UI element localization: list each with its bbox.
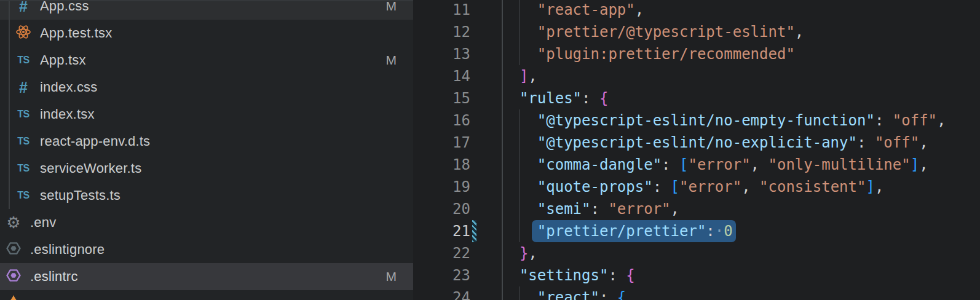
file-icon-box: TS — [16, 187, 31, 204]
token-b3: ] — [866, 178, 874, 195]
gutter-decoration-area — [470, 87, 502, 109]
line-number[interactable]: 11 — [413, 0, 470, 21]
code-content[interactable]: "comma-dangle": ["error", "only-multilin… — [502, 154, 980, 176]
code-line-11[interactable]: 11 "react-app", — [413, 0, 980, 21]
code-content[interactable]: "react": { — [502, 286, 980, 300]
code-content[interactable]: ], — [502, 65, 980, 87]
file-row-index-tsx[interactable]: TSindex.tsx — [0, 101, 413, 128]
token-str: "error" — [608, 200, 670, 218]
code-line-18[interactable]: 18 "comma-dangle": ["error", "only-multi… — [413, 154, 980, 176]
token-str: "consistent" — [759, 178, 866, 195]
file-row-eslintrc[interactable]: .eslintrcM — [0, 263, 413, 290]
code-line-20[interactable]: 20 "semi": "error", — [413, 198, 980, 220]
line-number[interactable]: 17 — [413, 132, 470, 154]
token-sp — [502, 112, 537, 129]
code-content[interactable]: }, — [502, 242, 980, 264]
line-number[interactable]: 18 — [413, 154, 470, 176]
line-number[interactable]: 22 — [413, 242, 470, 264]
file-icon-box: # — [16, 79, 31, 96]
file-name: serviceWorker.ts — [40, 160, 141, 176]
line-number[interactable]: 12 — [413, 21, 470, 43]
file-row-App-css[interactable]: #App.cssM — [0, 0, 413, 20]
code-content[interactable]: "semi": "error", — [502, 198, 980, 220]
token-key: "@typescript-eslint/no-explicit-any" — [537, 134, 857, 151]
code-line-19[interactable]: 19 "quote-props": ["error", "consistent"… — [413, 176, 980, 198]
line-number[interactable]: 19 — [413, 176, 470, 198]
gutter-decoration-area — [470, 154, 502, 176]
line-number[interactable]: 14 — [413, 65, 470, 87]
code-line-14[interactable]: 14 ], — [413, 65, 980, 87]
token-sp — [502, 90, 520, 107]
line-number[interactable]: 20 — [413, 198, 470, 220]
file-row-env[interactable]: ⚙.env — [0, 209, 413, 236]
gutter-decoration-area — [470, 65, 502, 87]
token-str: "only-multiline" — [769, 156, 911, 173]
token-key: "comma-dangle" — [537, 156, 662, 173]
gutter-decoration-area — [470, 109, 502, 132]
line-number[interactable]: 16 — [413, 109, 470, 132]
code-content[interactable]: "settings": { — [502, 264, 980, 286]
code-line-21[interactable]: 21 "prettier/prettier":·0 — [413, 220, 980, 242]
file-row-partial[interactable] — [0, 290, 413, 300]
css-file-icon: # — [19, 0, 28, 14]
token-pun: , — [741, 178, 759, 195]
code-content[interactable]: "prettier/prettier":·0 — [502, 220, 980, 242]
git-modified-badge: M — [386, 47, 397, 74]
file-icon-box — [6, 241, 21, 258]
file-row-serviceWorker-ts[interactable]: TSserviceWorker.ts — [0, 155, 413, 182]
token-pun: : — [608, 267, 626, 284]
code-line-12[interactable]: 12 "prettier/@typescript-eslint", — [413, 21, 980, 43]
gear-icon: ⚙ — [6, 215, 20, 231]
file-name: .env — [30, 215, 56, 231]
code-line-16[interactable]: 16 "@typescript-eslint/no-empty-function… — [413, 109, 980, 132]
code-content[interactable]: "@typescript-eslint/no-explicit-any": "o… — [502, 132, 980, 154]
gutter-decoration-area — [470, 21, 502, 43]
code-content[interactable]: "@typescript-eslint/no-empty-function": … — [502, 109, 980, 132]
token-sp — [502, 156, 537, 173]
code-line-22[interactable]: 22 }, — [413, 242, 980, 264]
code-content[interactable]: "prettier/@typescript-eslint", — [502, 21, 980, 43]
code-editor[interactable]: 11 "react-app",12 "prettier/@typescript-… — [413, 0, 980, 300]
token-pun: , — [528, 245, 537, 262]
file-explorer[interactable]: #App.cssMApp.test.tsxTSApp.tsxM#index.cs… — [0, 0, 413, 300]
token-sp — [502, 245, 520, 262]
file-row-eslintignore[interactable]: .eslintignore — [0, 236, 413, 263]
code-line-23[interactable]: 23 "settings": { — [413, 264, 980, 286]
code-content[interactable]: "react-app", — [502, 0, 980, 21]
file-icon-box: # — [16, 0, 31, 15]
file-row-App-test-tsx[interactable]: App.test.tsx — [0, 20, 413, 47]
token-sp — [502, 178, 537, 195]
code-line-17[interactable]: 17 "@typescript-eslint/no-explicit-any":… — [413, 132, 980, 154]
line-number[interactable]: 23 — [413, 264, 470, 286]
git-modified-badge: M — [386, 0, 397, 20]
file-row-setupTests-ts[interactable]: TSsetupTests.ts — [0, 182, 413, 209]
typescript-file-icon: TS — [17, 55, 29, 65]
code-line-13[interactable]: 13 "plugin:prettier/recommended" — [413, 43, 980, 65]
file-icon-box: TS — [16, 160, 31, 177]
token-pun: , — [919, 134, 928, 151]
token-str: "react-app" — [537, 1, 635, 18]
file-icon-box — [16, 25, 31, 42]
code-content[interactable]: "rules": { — [502, 87, 980, 109]
flame-icon — [7, 295, 20, 300]
file-row-react-app-env-d-ts[interactable]: TSreact-app-env.d.ts — [0, 128, 413, 155]
token-num: 0 — [724, 223, 732, 240]
line-number[interactable]: 24 — [413, 286, 470, 300]
file-row-index-css[interactable]: #index.css — [0, 74, 413, 101]
file-row-App-tsx[interactable]: TSApp.tsxM — [0, 47, 413, 74]
typescript-file-icon: TS — [17, 136, 29, 146]
token-b2: ] — [520, 68, 528, 85]
code-line-15[interactable]: 15 "rules": { — [413, 87, 980, 109]
token-key: "@typescript-eslint/no-empty-function" — [537, 112, 875, 129]
line-number[interactable]: 15 — [413, 87, 470, 109]
code-line-24[interactable]: 24 "react": { — [413, 286, 980, 300]
line-number[interactable]: 21 — [413, 220, 470, 242]
token-pun: , — [671, 200, 679, 218]
token-key: "react" — [537, 289, 599, 300]
code-content[interactable]: "quote-props": ["error", "consistent"], — [502, 176, 980, 198]
line-number[interactable]: 13 — [413, 43, 470, 65]
token-b3: ] — [911, 156, 919, 173]
code-content[interactable]: "plugin:prettier/recommended" — [502, 43, 980, 65]
file-name: react-app-env.d.ts — [40, 133, 150, 149]
gutter-decoration-area — [470, 0, 502, 21]
